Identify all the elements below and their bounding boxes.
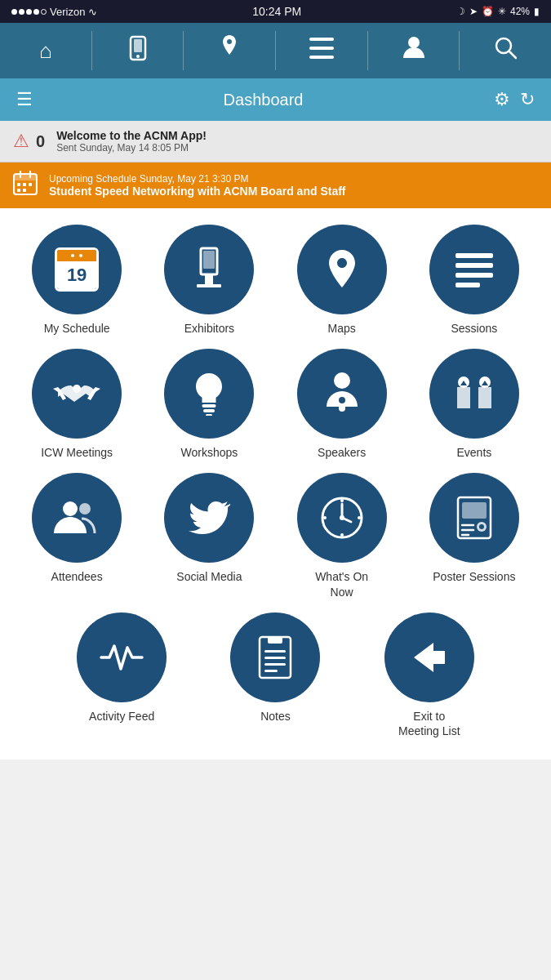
- maps-label: Maps: [328, 321, 356, 336]
- svg-point-27: [73, 385, 81, 393]
- refresh-button[interactable]: ↻: [520, 89, 535, 110]
- person-icon: [403, 35, 424, 67]
- whats-on-button[interactable]: What's OnNow: [280, 473, 404, 599]
- grid-row-3: Attendees Social Media: [8, 473, 543, 612]
- page-title: Dashboard: [33, 91, 494, 109]
- my-schedule-circle: 19: [32, 225, 122, 314]
- nav-home[interactable]: ⌂: [0, 31, 92, 70]
- svg-point-2: [136, 55, 140, 58]
- svg-rect-16: [29, 183, 32, 186]
- settings-button[interactable]: ⚙: [494, 89, 510, 110]
- handshake-icon: [51, 376, 102, 412]
- warning-icon: ⚠: [13, 131, 29, 152]
- svg-rect-59: [264, 663, 286, 666]
- svg-rect-30: [206, 414, 212, 416]
- status-bar: Verizon ∿ 10:24 PM ☽ ➤ ⏰ ✳ 42% ▮: [0, 0, 551, 23]
- hamburger-menu-button[interactable]: ☰: [16, 89, 33, 110]
- nav-phone[interactable]: [92, 31, 184, 70]
- attendees-icon: [52, 497, 101, 538]
- svg-rect-21: [205, 274, 213, 286]
- exhibitors-label: Exhibitors: [184, 321, 234, 336]
- notification-title: Welcome to the ACNM App!: [56, 129, 207, 142]
- activity-feed-circle: [77, 612, 167, 702]
- workshops-button[interactable]: Workshops: [147, 349, 271, 460]
- svg-point-38: [63, 501, 78, 516]
- list-icon: [309, 38, 334, 65]
- svg-rect-60: [264, 670, 278, 672]
- nav-person[interactable]: [368, 31, 460, 70]
- twitter-icon: [188, 500, 230, 536]
- svg-point-7: [411, 47, 416, 52]
- grid-row-2: ICW Meetings Workshops: [8, 349, 543, 473]
- attendees-button[interactable]: Attendees: [15, 473, 139, 599]
- notes-button[interactable]: Notes: [202, 612, 348, 738]
- svg-rect-20: [203, 251, 215, 269]
- top-navigation: ⌂: [0, 23, 551, 78]
- svg-point-47: [358, 516, 361, 519]
- calendar-icon: 19: [55, 247, 99, 292]
- maps-icon: [324, 248, 360, 291]
- poster-sessions-button[interactable]: Poster Sessions: [412, 473, 536, 599]
- workshops-circle: [164, 349, 254, 439]
- maps-button[interactable]: Maps: [280, 225, 404, 336]
- activity-feed-label: Activity Feed: [89, 709, 154, 724]
- social-media-label: Social Media: [176, 569, 242, 584]
- svg-rect-15: [23, 183, 26, 186]
- map-pin-icon: [220, 35, 239, 67]
- speaker-icon: [323, 371, 361, 416]
- phone-icon: [127, 35, 149, 67]
- poster-sessions-label: Poster Sessions: [433, 569, 515, 584]
- alarm-icon: ⏰: [482, 6, 494, 17]
- svg-rect-26: [455, 283, 480, 287]
- exit-icon: [409, 639, 450, 675]
- notification-banner[interactable]: ⚠ 0 Welcome to the ACNM App! Sent Sunday…: [0, 121, 551, 163]
- nav-location[interactable]: [184, 31, 276, 70]
- social-media-button[interactable]: Social Media: [147, 473, 271, 599]
- activity-feed-button[interactable]: Activity Feed: [49, 612, 194, 738]
- svg-point-44: [340, 499, 344, 502]
- svg-rect-22: [197, 284, 221, 287]
- my-schedule-button[interactable]: 19 My Schedule: [15, 225, 139, 336]
- lightbulb-icon: [193, 372, 225, 416]
- svg-rect-23: [455, 253, 493, 258]
- svg-rect-3: [309, 38, 334, 41]
- sessions-label: Sessions: [451, 321, 497, 336]
- svg-rect-17: [17, 189, 20, 192]
- header: ☰ Dashboard ⚙ ↻: [0, 78, 551, 121]
- clock-icon: [320, 496, 364, 540]
- home-icon: ⌂: [39, 38, 52, 64]
- sessions-icon: [454, 250, 495, 289]
- svg-rect-4: [309, 47, 334, 50]
- svg-rect-25: [455, 273, 493, 278]
- notification-count: 0: [36, 132, 45, 151]
- carrier-label: Verizon: [50, 6, 85, 18]
- events-label: Events: [456, 445, 491, 460]
- svg-rect-11: [14, 174, 37, 180]
- icw-meetings-label: ICW Meetings: [41, 445, 113, 460]
- exit-circle: [384, 612, 474, 702]
- notes-circle: [230, 612, 320, 702]
- main-content: 19 My Schedule Exhibitors: [0, 208, 551, 760]
- activity-icon: [100, 639, 144, 675]
- social-media-circle: [164, 473, 254, 563]
- svg-point-39: [79, 503, 91, 514]
- maps-circle: [297, 225, 387, 314]
- svg-rect-28: [202, 404, 216, 408]
- icw-meetings-button[interactable]: ICW Meetings: [15, 349, 139, 460]
- exhibitors-circle: [164, 225, 254, 314]
- schedule-banner[interactable]: Upcoming Schedule Sunday, May 21 3:30 PM…: [0, 163, 551, 208]
- search-icon: [494, 36, 517, 66]
- notification-left: ⚠ 0: [13, 131, 45, 152]
- exhibitors-button[interactable]: Exhibitors: [147, 225, 271, 336]
- sessions-button[interactable]: Sessions: [412, 225, 536, 336]
- poster-sessions-circle: [429, 473, 519, 563]
- exit-button[interactable]: Exit toMeeting List: [357, 612, 502, 738]
- speakers-button[interactable]: Speakers: [280, 349, 404, 460]
- speakers-label: Speakers: [318, 445, 366, 460]
- nav-search[interactable]: [460, 31, 551, 70]
- events-button[interactable]: Events: [412, 349, 536, 460]
- grid-row-1: 19 My Schedule Exhibitors: [8, 225, 543, 349]
- status-left: Verizon ∿: [11, 6, 97, 18]
- nav-list[interactable]: [276, 31, 368, 70]
- svg-rect-14: [17, 183, 20, 186]
